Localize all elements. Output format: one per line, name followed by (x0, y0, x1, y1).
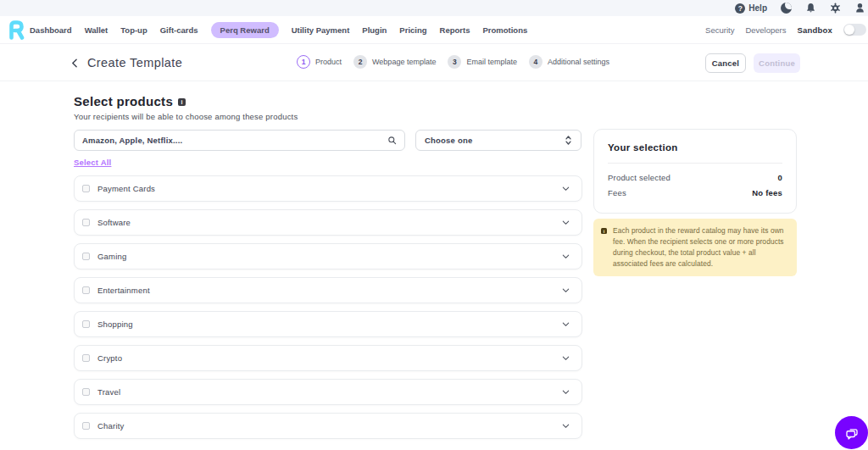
notifications-icon[interactable] (805, 3, 816, 14)
category-checkbox[interactable] (82, 286, 90, 294)
category-label: Gaming (97, 252, 561, 261)
sandbox-label: Sandbox (797, 25, 832, 35)
page-title: Create Template (87, 56, 182, 69)
sandbox-toggle[interactable] (843, 24, 866, 36)
selection-row-label: Fees (608, 188, 626, 197)
chevron-down-icon[interactable] (561, 319, 570, 329)
selection-row: Product selected 0 (608, 173, 782, 182)
chevron-down-icon[interactable] (561, 286, 570, 295)
selection-panel: Your selection Product selected 0 Fees N… (593, 129, 797, 214)
page-header: Create Template 1 Product 2 Webpage temp… (0, 44, 868, 81)
nav-developers[interactable]: Developers (745, 25, 786, 35)
category-label: Charity (97, 421, 561, 431)
nav-item[interactable]: Pricing (399, 25, 426, 35)
category-checkbox[interactable] (82, 185, 90, 192)
section-title: Select products (74, 94, 173, 108)
back-button[interactable] (70, 57, 81, 72)
nav-item[interactable]: Wallet (85, 25, 108, 35)
chevron-down-icon[interactable] (561, 218, 570, 227)
brand-logo[interactable] (7, 19, 27, 40)
step-number: 2 (353, 55, 367, 69)
fee-notice-text: Each product in the reward catalog may h… (613, 225, 788, 269)
category-label: Crypto (97, 353, 561, 363)
nav-item[interactable]: Utility Payment (292, 25, 350, 35)
step[interactable]: 4 Additional settings (529, 55, 609, 69)
category-label: Software (97, 218, 561, 227)
nav-item[interactable]: Plugin (362, 25, 387, 35)
cancel-button[interactable]: Cancel (705, 53, 746, 73)
main-content: Select products i Your recipients will b… (0, 81, 868, 450)
category-checkbox[interactable] (82, 219, 90, 226)
selection-row-label: Product selected (608, 173, 670, 182)
product-search-input[interactable] (82, 136, 387, 145)
category-row[interactable]: Shopping (74, 311, 582, 337)
navbar: Dashboard Wallet Top-up Gift-cards Perq … (0, 16, 868, 44)
dark-mode-icon[interactable] (781, 3, 792, 14)
category-row[interactable]: Payment Cards (74, 175, 582, 202)
select-all-link[interactable]: Select All (74, 158, 111, 167)
category-label: Entertainment (97, 286, 561, 295)
category-select-value: Choose one (425, 136, 472, 145)
category-row[interactable]: Software (74, 209, 582, 236)
category-row[interactable]: Travel (74, 379, 582, 405)
help-label: Help (748, 3, 767, 13)
help-button[interactable]: ? Help (735, 3, 767, 14)
step-label: Webpage template (372, 58, 436, 66)
select-arrows-icon (565, 135, 572, 146)
category-label: Payment Cards (97, 184, 561, 193)
nav-item[interactable]: Promotions (482, 25, 527, 35)
chat-icon (844, 425, 860, 441)
step[interactable]: 3 Email template (448, 55, 517, 69)
category-row[interactable]: Gaming (74, 243, 582, 269)
category-label: Travel (97, 387, 561, 397)
nav-right: Security Developers Sandbox (705, 24, 866, 36)
category-row[interactable]: Charity (74, 413, 582, 439)
category-checkbox[interactable] (82, 320, 90, 328)
selection-title: Your selection (608, 142, 782, 153)
nav-item[interactable]: Top-up (120, 25, 147, 35)
step[interactable]: 2 Webpage template (353, 55, 436, 69)
selection-row: Fees No fees (608, 188, 782, 197)
settings-icon[interactable] (830, 3, 841, 14)
chevron-down-icon[interactable] (561, 184, 570, 193)
section-subtitle: Your recipients will be able to choose a… (74, 112, 582, 121)
chevron-down-icon[interactable] (561, 387, 570, 397)
chevron-down-icon[interactable] (561, 252, 570, 261)
category-checkbox[interactable] (82, 354, 90, 362)
help-icon: ? (735, 3, 745, 14)
chevron-down-icon[interactable] (561, 353, 570, 363)
nav-item[interactable]: Dashboard (30, 25, 72, 35)
category-row[interactable]: Entertainment (74, 277, 582, 303)
info-icon: i (178, 98, 186, 106)
stepper: 1 Product 2 Webpage template 3 Email tem… (297, 55, 621, 69)
fee-notice: i Each product in the reward catalog may… (593, 219, 797, 276)
category-checkbox[interactable] (82, 253, 90, 260)
selection-row-value: No fees (752, 188, 782, 197)
nav-item[interactable]: Reports (440, 25, 470, 35)
category-select[interactable]: Choose one (415, 130, 581, 151)
step[interactable]: 1 Product (297, 55, 342, 69)
step-number: 3 (448, 55, 461, 69)
notice-info-icon: i (601, 228, 607, 234)
nav-security[interactable]: Security (705, 25, 734, 35)
step-number: 1 (297, 55, 310, 69)
category-checkbox[interactable] (82, 422, 90, 430)
chat-button[interactable] (835, 416, 868, 449)
product-search[interactable] (74, 130, 405, 151)
category-row[interactable]: Crypto (74, 345, 582, 371)
category-list: Payment Cards Software Gaming (74, 175, 582, 439)
step-label: Email template (466, 58, 517, 66)
nav-items: Dashboard Wallet Top-up Gift-cards Perq … (30, 22, 527, 38)
chevron-down-icon[interactable] (561, 421, 570, 431)
selection-row-value: 0 (778, 173, 782, 182)
continue-button[interactable]: Continue (754, 53, 800, 73)
category-label: Shopping (97, 319, 561, 329)
category-checkbox[interactable] (82, 388, 90, 396)
search-icon (387, 136, 397, 145)
topbar: ? Help (0, 0, 868, 16)
nav-item[interactable]: Perq Reward (211, 22, 279, 38)
account-icon[interactable] (854, 3, 865, 14)
nav-item[interactable]: Gift-cards (160, 25, 198, 35)
step-number: 4 (529, 55, 542, 69)
step-label: Product (315, 58, 342, 66)
